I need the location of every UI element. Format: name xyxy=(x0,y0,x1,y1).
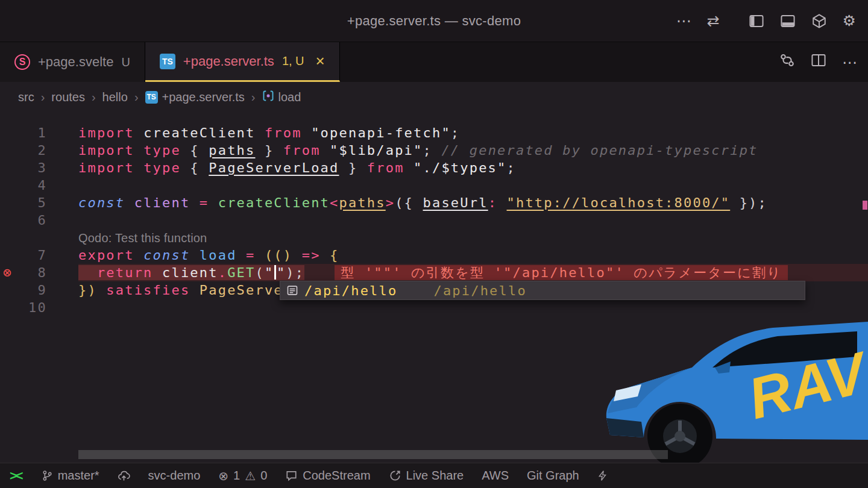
line-number[interactable]: 3 xyxy=(0,159,78,177)
live-share-item[interactable]: Live Share xyxy=(389,469,464,483)
swap-editors-icon[interactable]: ⇄ xyxy=(707,12,720,30)
chevron-right-icon: › xyxy=(92,90,96,104)
code-token: load xyxy=(200,248,246,263)
code-token: GET xyxy=(227,265,255,280)
suggestion-kind-icon xyxy=(286,284,298,296)
code-line[interactable]: import type { paths } from "$lib/api"; /… xyxy=(78,142,868,159)
remote-indicator-icon[interactable]: >< xyxy=(10,468,24,484)
symbol-brackets-icon xyxy=(262,90,274,105)
codelens-label[interactable]: Qodo: Test this function xyxy=(78,231,207,245)
comment-bubble-icon xyxy=(285,469,298,482)
code-token: ( xyxy=(255,265,264,280)
code-token: }); xyxy=(730,195,767,210)
git-graph-item[interactable]: Git Graph xyxy=(527,469,579,483)
code-row: 5const client = createClient<paths>({ ba… xyxy=(0,194,868,211)
code-line[interactable]: import createClient from "openapi-fetch"… xyxy=(78,124,868,142)
live-share-icon xyxy=(389,469,401,482)
code-token: } xyxy=(339,160,366,175)
line-number[interactable] xyxy=(0,229,78,246)
code-token: " xyxy=(265,265,274,280)
project-name[interactable]: svc-demo xyxy=(148,469,201,483)
breadcrumb-routes[interactable]: routes xyxy=(51,90,85,104)
code-token: < xyxy=(330,195,339,210)
editor-more-actions-icon[interactable]: ⋯ xyxy=(842,54,857,71)
code-token: " xyxy=(277,265,286,280)
code-token: satisfies xyxy=(106,283,199,298)
code-token: type xyxy=(143,143,190,158)
line-number[interactable]: 6 xyxy=(0,211,78,229)
error-circle-icon: ⊗ xyxy=(218,469,228,483)
code-token: paths xyxy=(209,143,255,158)
tab-close-icon[interactable]: × xyxy=(316,52,325,70)
tab-page-svelte[interactable]: S +page.svelte U xyxy=(0,42,145,82)
line-number[interactable]: 7 xyxy=(0,246,78,264)
line-number[interactable]: 10 xyxy=(0,299,78,316)
tab-page-server-ts[interactable]: TS +page.server.ts 1, U × xyxy=(145,42,340,82)
suggestion-label[interactable]: /api/hello xyxy=(304,283,397,298)
code-token: import xyxy=(78,125,143,140)
status-bar: >< master* svc-demo ⊗ 1 ⚠ 0 CodeStream L… xyxy=(0,463,868,488)
toggle-sidebar-icon[interactable] xyxy=(749,13,764,29)
code-token: from xyxy=(283,143,330,158)
problems-item[interactable]: ⊗ 1 ⚠ 0 xyxy=(218,469,267,483)
breadcrumb-file[interactable]: TS +page.server.ts xyxy=(145,90,245,104)
code-token: => xyxy=(302,248,330,263)
tab-label: +page.svelte xyxy=(38,54,113,70)
line-number[interactable]: 1 xyxy=(0,124,78,142)
typescript-file-icon: TS xyxy=(145,91,158,104)
code-row: 3import type { PageServerLoad } from "./… xyxy=(0,159,868,177)
tab-modified-badge: U xyxy=(121,55,130,69)
code-line[interactable] xyxy=(78,211,868,229)
breadcrumb: src › routes › hello › TS +page.server.t… xyxy=(0,82,868,112)
toggle-panel-icon[interactable] xyxy=(780,13,796,29)
gutter-error-icon: ⊗ xyxy=(3,264,11,281)
code-token: ) xyxy=(283,248,302,263)
warning-triangle-icon: ⚠ xyxy=(245,469,256,483)
code-row: 8⊗ return client.GET("");型 '""' の引数を型 '"… xyxy=(0,264,868,281)
open-changes-icon[interactable] xyxy=(779,52,795,72)
code-line[interactable]: const client = createClient<paths>({ bas… xyxy=(78,194,868,211)
aws-item[interactable]: AWS xyxy=(482,469,509,483)
code-line[interactable]: return client.GET("");型 '""' の引数を型 '"/ap… xyxy=(78,264,868,281)
lightning-bolt-icon[interactable] xyxy=(597,469,608,482)
breadcrumb-hello[interactable]: hello xyxy=(102,90,128,104)
code-line[interactable]: import type { PageServerLoad } from "./$… xyxy=(78,159,868,177)
typescript-file-icon: TS xyxy=(160,54,175,69)
code-line[interactable]: Qodo: Test this function xyxy=(78,229,868,246)
breadcrumb-src[interactable]: src xyxy=(18,90,34,104)
split-editor-icon[interactable] xyxy=(811,52,826,72)
breadcrumb-symbol-load[interactable]: load xyxy=(262,90,301,105)
codestream-item[interactable]: CodeStream xyxy=(285,469,370,483)
code-token: "http://localhost:8000/" xyxy=(507,195,731,210)
code-token: "./$types" xyxy=(414,160,506,175)
code-line[interactable]: export const load = (() => { xyxy=(78,246,868,264)
suggest-widget[interactable]: /api/hello /api/hello xyxy=(280,281,805,300)
code-token: ; xyxy=(451,125,460,140)
horizontal-scrollbar[interactable] xyxy=(78,450,668,459)
line-number[interactable]: 2 xyxy=(0,142,78,159)
settings-gear-icon[interactable]: ⚙ xyxy=(843,12,856,30)
code-token: baseUrl xyxy=(423,195,488,210)
code-token: = xyxy=(246,248,265,263)
line-number[interactable]: 4 xyxy=(0,177,78,194)
code-token: from xyxy=(367,160,414,175)
branch-name: master* xyxy=(58,469,99,483)
chevron-right-icon: › xyxy=(134,90,139,104)
code-token: type xyxy=(143,160,190,175)
sync-changes-icon[interactable] xyxy=(118,469,130,482)
code-line[interactable] xyxy=(78,177,868,194)
git-branch-item[interactable]: master* xyxy=(42,469,99,483)
code-token: = xyxy=(200,195,218,210)
layout-customize-icon[interactable]: ⋯ xyxy=(676,12,691,30)
tab-label: +page.server.ts xyxy=(183,54,274,69)
code-token: const xyxy=(143,248,200,263)
line-number[interactable]: 9 xyxy=(0,281,78,299)
code-row: 2import type { paths } from "$lib/api"; … xyxy=(0,142,868,159)
code-line[interactable] xyxy=(78,299,868,316)
code-token: import xyxy=(78,143,143,158)
extension-cube-icon[interactable] xyxy=(811,13,827,29)
line-number[interactable]: 5 xyxy=(0,194,78,211)
code-token: { xyxy=(330,248,339,263)
overview-ruler-mark xyxy=(863,201,867,210)
line-number[interactable]: 8⊗ xyxy=(0,264,78,281)
